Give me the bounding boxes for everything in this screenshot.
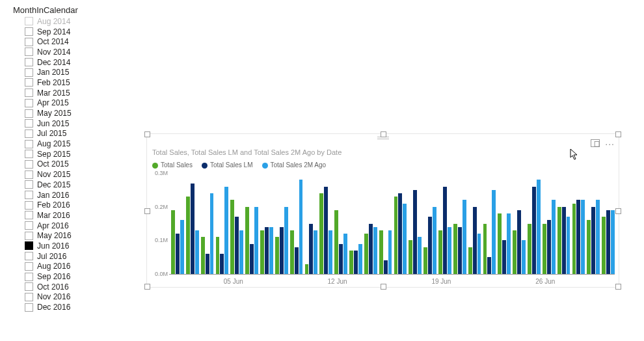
slicer-item[interactable]: Nov 2016 [13,292,98,303]
checkbox-icon[interactable] [25,303,33,312]
bar[interactable] [513,230,517,274]
bar[interactable] [324,187,328,274]
bar[interactable] [547,220,551,274]
bar[interactable] [543,224,546,275]
more-options-icon[interactable]: ··· [605,141,615,147]
bar[interactable] [453,224,457,275]
bar[interactable] [280,227,284,274]
bar[interactable] [522,240,526,274]
bar[interactable] [438,230,442,274]
resize-handle[interactable] [615,284,621,290]
slicer-item[interactable]: Jun 2016 [13,241,98,251]
slicer-item[interactable]: Dec 2015 [13,180,98,190]
slicer-item[interactable]: Feb 2015 [13,77,98,88]
bar[interactable] [473,207,477,274]
bar[interactable] [492,190,496,274]
checkbox-icon[interactable] [25,201,33,210]
bar[interactable] [394,197,398,274]
bar[interactable] [201,237,205,274]
bar[interactable] [483,224,487,275]
checkbox-icon[interactable] [25,150,33,158]
checkbox-icon[interactable] [25,160,33,169]
checkbox-icon[interactable] [25,221,33,230]
slicer-item[interactable]: Dec 2016 [13,302,98,312]
bar[interactable] [388,230,392,274]
slicer-item[interactable]: Aug 2016 [13,262,98,272]
slicer-item[interactable]: Oct 2014 [13,36,98,47]
checkbox-icon[interactable] [25,38,33,46]
checkbox-icon[interactable] [25,191,33,199]
checkbox-icon[interactable] [25,17,33,25]
resize-handle[interactable] [615,208,621,214]
bar[interactable] [384,260,388,274]
bar[interactable] [305,264,309,275]
slicer-item[interactable]: Jul 2016 [13,251,98,262]
bar[interactable] [309,224,313,275]
bar[interactable] [230,200,234,274]
bar[interactable] [591,207,595,274]
slicer-item[interactable]: Sep 2015 [13,149,98,159]
slicer-item[interactable]: Oct 2015 [13,159,98,170]
checkbox-icon[interactable] [25,89,33,97]
bar[interactable] [502,240,506,274]
bar[interactable] [354,251,358,274]
bar[interactable] [606,210,610,274]
checkbox-icon[interactable] [25,27,33,36]
bar[interactable] [567,217,570,274]
resize-handle[interactable] [144,131,150,137]
checkbox-icon[interactable] [25,273,33,281]
bar[interactable] [537,180,541,274]
bar[interactable] [443,187,447,274]
bar[interactable] [254,207,258,274]
bar[interactable] [319,193,323,274]
slicer-item[interactable]: Jun 2015 [13,118,98,129]
bar[interactable] [552,200,556,274]
slicer-item[interactable]: Apr 2016 [13,221,98,231]
checkbox-icon[interactable] [25,282,33,291]
bar[interactable] [210,193,214,274]
bar[interactable] [463,200,466,274]
checkbox-icon[interactable] [25,78,33,87]
bar[interactable] [498,213,502,274]
bar[interactable] [532,187,536,274]
bar[interactable] [596,200,600,274]
slicer-item[interactable]: May 2016 [13,230,98,241]
bar[interactable] [265,227,269,274]
slicer-item[interactable]: Jul 2015 [13,129,98,139]
bar[interactable] [224,187,228,274]
resize-handle[interactable] [144,284,150,290]
checkbox-icon[interactable] [25,68,33,77]
bar[interactable] [369,224,373,275]
resize-handle[interactable] [381,284,386,290]
slicer-item[interactable]: Jan 2016 [13,190,98,200]
bar[interactable] [299,180,303,274]
bar[interactable] [433,207,436,274]
focus-mode-icon[interactable] [591,138,600,150]
bar[interactable] [186,197,190,274]
bar[interactable] [572,204,576,275]
checkbox-icon[interactable] [25,130,33,138]
checkbox-icon[interactable] [25,252,33,260]
bar[interactable] [314,230,317,274]
bar[interactable] [379,230,383,274]
bar[interactable] [235,217,239,274]
bar[interactable] [528,224,531,275]
bar[interactable] [581,200,585,274]
slicer-item[interactable]: Sep 2016 [13,271,98,282]
bar[interactable] [611,210,615,274]
slicer-item[interactable]: Aug 2015 [13,139,98,149]
slicer-item[interactable]: Nov 2014 [13,47,98,57]
slicer-item[interactable]: Oct 2016 [13,282,98,292]
checkbox-icon[interactable] [25,293,33,301]
bar[interactable] [195,230,199,274]
bar[interactable] [428,217,432,274]
bar[interactable] [576,200,580,274]
bar[interactable] [349,251,353,274]
checkbox-icon[interactable] [25,58,33,66]
slicer-item[interactable]: Mar 2016 [13,210,98,221]
slicer-item[interactable]: Sep 2014 [13,27,98,37]
bar[interactable] [458,227,462,274]
checkbox-icon[interactable] [25,140,33,148]
checkbox-icon[interactable] [25,119,33,128]
checkbox-icon[interactable] [25,170,33,179]
